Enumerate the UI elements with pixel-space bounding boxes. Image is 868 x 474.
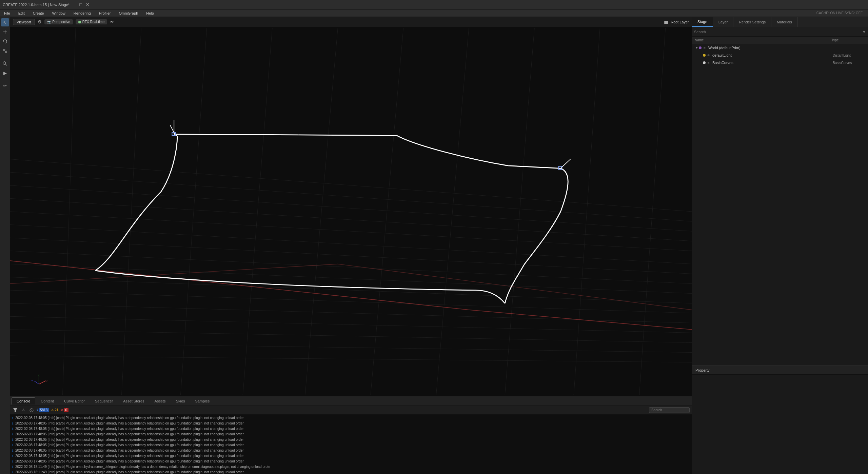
warn-count: 21 (55, 408, 58, 412)
tab-assets[interactable]: Assets (150, 398, 171, 404)
viewport-canvas[interactable]: X Y Z (10, 27, 692, 396)
filter-button[interactable] (12, 407, 18, 413)
stage-search-input[interactable] (694, 30, 862, 34)
tree-arrow-defaultlight: ▶ (699, 53, 703, 57)
camera-button[interactable]: 📷 Perspective (44, 19, 73, 24)
viewport-tab[interactable]: Viewport (13, 19, 35, 25)
tab-sequencer[interactable]: Sequencer (90, 398, 118, 404)
axes-indicator: X Y Z (31, 372, 47, 389)
log-info-icon: ℹ (12, 470, 13, 474)
visibility-icon[interactable]: 👁 (110, 20, 114, 24)
tree-arrow-world[interactable]: ▼ (695, 46, 699, 50)
defaultlight-type: DistantLight (833, 54, 867, 57)
tab-materials[interactable]: Materials (771, 17, 798, 27)
viewport-settings-icon[interactable]: ⚙ (38, 19, 42, 24)
title-bar: CREATE 2022.1.0-beta.15 | New Stage* — □… (0, 0, 868, 9)
console-search-input[interactable] (649, 407, 690, 413)
console-toolbar: ⚠ ℹ 5813 ⚠ 21 ✕ 0 (10, 406, 692, 415)
log-text: 2022-02-08 18:11:49 [Info] [carb] Plugin… (15, 470, 690, 474)
close-button[interactable]: ✕ (85, 2, 90, 7)
property-content (692, 375, 868, 474)
world-visibility-icon[interactable]: 👁 (703, 46, 708, 50)
svg-marker-55 (13, 408, 17, 412)
menu-rendering[interactable]: Rendering (72, 11, 92, 16)
warn-count-badge: ⚠ 21 (51, 408, 58, 412)
minimize-button[interactable]: — (72, 2, 76, 7)
search-tool-button[interactable] (1, 59, 9, 67)
menu-profiler[interactable]: Profiler (98, 11, 112, 16)
log-line: ℹ2022-02-08 17:48:05 [Info] [carb] Plugi… (10, 437, 692, 442)
svg-line-43 (174, 134, 298, 135)
stage-panel: ▼ Name Type ▼ 👁 World (defaultPrim) (692, 27, 868, 366)
bottom-panel: Console Content Curve Editor Sequencer A… (10, 396, 692, 474)
svg-rect-10 (664, 22, 668, 23)
select-tool-button[interactable]: ↖ (1, 18, 9, 26)
play-button[interactable]: ▶ (1, 69, 9, 77)
tab-skies[interactable]: Skies (171, 398, 190, 404)
log-text: 2022-02-08 17:48:05 [Info] [carb] Plugin… (15, 454, 690, 458)
pencil-tool-button[interactable]: ✏ (1, 81, 9, 90)
defaultlight-dot (703, 54, 706, 57)
tree-item-defaultlight[interactable]: ▶ 👁 defaultLight DistantLight (692, 52, 868, 59)
menu-omnigraph[interactable]: OmniGraph (117, 11, 139, 16)
menu-file[interactable]: File (3, 11, 12, 16)
log-text: 2022-02-08 17:48:05 [Info] [carb] Plugin… (15, 416, 690, 420)
log-info-icon: ℹ (12, 443, 13, 448)
rtx-label: RTX Real-time (82, 20, 104, 24)
err-count-badge: ✕ 0 (60, 408, 68, 412)
basiscurves-visibility-icon[interactable]: 👁 (707, 61, 712, 65)
log-text: 2022-02-08 18:11:49 [Info] [carb] Plugin… (15, 465, 690, 469)
svg-rect-9 (664, 21, 668, 22)
clear-console-button[interactable] (28, 407, 35, 413)
log-line: ℹ2022-02-08 17:48:05 [Info] [carb] Plugi… (10, 415, 692, 421)
stage-tree: ▼ 👁 World (defaultPrim) ▶ 👁 defaultLight… (692, 44, 868, 366)
viewport-container[interactable]: Viewport ⚙ 📷 Perspective RTX Real-time 👁… (10, 17, 692, 396)
tree-header-name: Name (695, 38, 831, 42)
tree-item-basiscurves[interactable]: ▶ 👁 BasisCurves BasisCurves (692, 59, 868, 66)
log-text: 2022-02-08 17:48:05 [Info] [carb] Plugin… (15, 421, 690, 426)
tree-item-world[interactable]: ▼ 👁 World (defaultPrim) (692, 44, 868, 52)
err-count: 0 (64, 408, 68, 412)
log-text: 2022-02-08 17:48:05 [Info] [carb] Plugin… (15, 432, 690, 437)
world-name: World (defaultPrim) (708, 46, 833, 50)
svg-text:X: X (46, 379, 47, 382)
warning-icon: ⚠ (20, 407, 26, 413)
log-info-icon: ℹ (12, 465, 13, 469)
log-line: ℹ2022-02-08 18:11:49 [Info] [carb] Plugi… (10, 470, 692, 474)
right-top-tabs: Stage Layer Render Settings Materials (692, 17, 868, 27)
maximize-button[interactable]: □ (78, 2, 83, 7)
tab-curve-editor[interactable]: Curve Editor (59, 398, 90, 404)
log-line: ℹ2022-02-08 17:48:05 [Info] [carb] Plugi… (10, 426, 692, 432)
menu-window[interactable]: Window (51, 11, 67, 16)
svg-rect-4 (5, 51, 7, 53)
menu-help[interactable]: Help (145, 11, 155, 16)
svg-rect-11 (664, 23, 668, 24)
stage-tree-header: Name Type (692, 37, 868, 44)
root-layer-badge[interactable]: Root Layer (664, 20, 689, 24)
tab-asset-stores[interactable]: Asset Stores (118, 398, 149, 404)
camera-icon: 📷 (47, 20, 51, 24)
tab-console[interactable]: Console (12, 397, 35, 404)
property-header: Property (692, 366, 868, 375)
svg-text:Z: Z (38, 374, 40, 377)
defaultlight-visibility-icon[interactable]: 👁 (707, 54, 712, 57)
tab-samples[interactable]: Samples (191, 398, 215, 404)
tab-render-settings[interactable]: Render Settings (733, 17, 771, 27)
perspective-label: Perspective (53, 20, 70, 24)
tab-stage[interactable]: Stage (692, 17, 713, 27)
menu-create[interactable]: Create (32, 11, 45, 16)
left-toolbar: ↖ ▶ ✏ (0, 17, 10, 474)
scale-tool-button[interactable] (1, 47, 9, 55)
tab-layer[interactable]: Layer (713, 17, 734, 27)
menu-edit[interactable]: Edit (17, 11, 26, 16)
log-line: ℹ2022-02-08 17:48:05 [Info] [carb] Plugi… (10, 432, 692, 437)
stage-search-filter-icon[interactable]: ▼ (862, 30, 866, 34)
add-tool-button[interactable] (1, 28, 9, 36)
right-panel: Stage Layer Render Settings Materials ▼ … (692, 17, 868, 474)
rotate-tool-button[interactable] (1, 37, 9, 45)
tab-content[interactable]: Content (36, 398, 59, 404)
log-text: 2022-02-08 17:48:05 [Info] [carb] Plugin… (15, 443, 690, 448)
tree-arrow-basiscurves: ▶ (699, 61, 703, 65)
rtx-button[interactable]: RTX Real-time (76, 19, 107, 24)
info-count: 5813 (39, 408, 49, 412)
